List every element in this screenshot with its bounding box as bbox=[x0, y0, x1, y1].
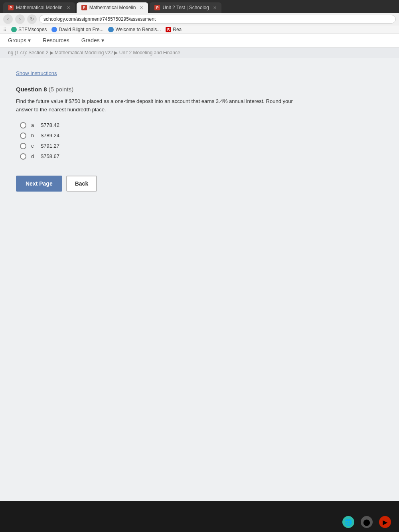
bookmark-david-blight-label: David Blight on Fre... bbox=[59, 27, 103, 32]
bottom-taskbar: 🌐 ⬤ ▶ bbox=[0, 512, 399, 532]
apps-icon: ⠿ bbox=[3, 27, 6, 32]
tab-bar: P Mathematical Modelin ✕ P Mathematical … bbox=[0, 0, 399, 13]
bookmark-stemscopes-label: STEMscopes bbox=[18, 27, 47, 32]
back-nav-button[interactable]: ‹ bbox=[3, 14, 13, 24]
r-icon: R bbox=[166, 27, 171, 32]
radio-a[interactable] bbox=[20, 122, 26, 129]
button-row: Next Page Back bbox=[16, 176, 327, 192]
nav-grades-label: Grades bbox=[81, 37, 100, 44]
bookmarks-bar: ⠿ STEMscopes David Blight on Fre... Welc… bbox=[0, 26, 399, 34]
browser-chrome: P Mathematical Modelin ✕ P Mathematical … bbox=[0, 0, 399, 34]
choice-b[interactable]: b $789.24 bbox=[20, 133, 327, 139]
nav-resources-label: Resources bbox=[43, 37, 69, 44]
bookmark-welcome[interactable]: Welcome to Renais... bbox=[108, 27, 161, 32]
reload-button[interactable]: ↻ bbox=[27, 14, 37, 24]
back-button[interactable]: Back bbox=[66, 176, 97, 192]
question-text: Find the future value if $750 is placed … bbox=[16, 97, 303, 114]
choice-c[interactable]: c $791.27 bbox=[20, 143, 327, 149]
question-label: Question 8 bbox=[16, 86, 47, 93]
bookmark-welcome-label: Welcome to Renais... bbox=[115, 27, 161, 32]
bookmark-r-label: Rea bbox=[173, 27, 182, 32]
choice-d[interactable]: d $758.67 bbox=[20, 153, 327, 160]
tab-3[interactable]: P Unit 2 Test | Schoolog ✕ bbox=[150, 2, 221, 13]
bookmark-r[interactable]: R Rea bbox=[166, 27, 182, 32]
breadcrumb-text: ng (1 cr): Section 2 ▶ Mathematical Mode… bbox=[8, 50, 180, 55]
next-page-button[interactable]: Next Page bbox=[16, 176, 62, 192]
tab-3-close[interactable]: ✕ bbox=[213, 5, 217, 10]
show-instructions-link[interactable]: Show Instructions bbox=[16, 70, 327, 76]
bookmark-david-blight[interactable]: David Blight on Fre... bbox=[51, 27, 103, 32]
tab-2[interactable]: P Mathematical Modelin ✕ bbox=[77, 2, 148, 13]
forward-nav-button[interactable]: › bbox=[15, 14, 25, 24]
choice-a-letter: a bbox=[31, 122, 36, 128]
nav-groups-chevron: ▾ bbox=[28, 37, 31, 44]
tab-3-icon: P bbox=[154, 5, 160, 10]
tab-2-close[interactable]: ✕ bbox=[140, 5, 143, 10]
tab-1-close[interactable]: ✕ bbox=[67, 5, 70, 10]
radio-b[interactable] bbox=[20, 133, 26, 139]
choice-d-letter: d bbox=[31, 153, 36, 159]
taskbar-icon-teal[interactable]: 🌐 bbox=[342, 516, 354, 528]
content-area: Show Instructions Question 8 (5 points) … bbox=[0, 58, 343, 204]
tab-3-label: Unit 2 Test | Schoolog bbox=[162, 5, 209, 10]
taskbar-icon-dark[interactable]: ⬤ bbox=[361, 516, 373, 528]
choice-a[interactable]: a $778.42 bbox=[20, 122, 327, 129]
schoology-nav: Groups ▾ Resources Grades ▾ bbox=[0, 34, 399, 47]
tab-1-icon: P bbox=[8, 5, 14, 10]
taskbar-icon-youtube[interactable]: ▶ bbox=[379, 516, 391, 528]
stemscopes-icon bbox=[11, 27, 17, 32]
nav-groups-label: Groups bbox=[8, 37, 26, 44]
tab-1-label: Mathematical Modelin bbox=[16, 5, 63, 10]
choice-b-value: $789.24 bbox=[41, 133, 59, 138]
welcome-icon bbox=[108, 27, 114, 32]
breadcrumb: ng (1 cr): Section 2 ▶ Mathematical Mode… bbox=[0, 47, 399, 58]
tab-2-icon: P bbox=[81, 5, 87, 10]
answer-choices: a $778.42 b $789.24 c $791.27 d $758.67 bbox=[20, 122, 327, 160]
google-icon bbox=[51, 27, 57, 32]
tab-2-label: Mathematical Modelin bbox=[89, 5, 136, 10]
nav-groups[interactable]: Groups ▾ bbox=[8, 37, 31, 44]
choice-c-letter: c bbox=[31, 143, 36, 149]
address-field[interactable]: schoology.com/assignment/7455750295/asse… bbox=[39, 15, 396, 24]
radio-c[interactable] bbox=[20, 143, 26, 149]
nav-resources[interactable]: Resources bbox=[43, 37, 69, 44]
nav-grades[interactable]: Grades ▾ bbox=[81, 37, 104, 44]
nav-grades-chevron: ▾ bbox=[101, 37, 104, 44]
tab-1[interactable]: P Mathematical Modelin ✕ bbox=[3, 2, 75, 13]
schoology-page: Groups ▾ Resources Grades ▾ ng (1 cr): S… bbox=[0, 34, 399, 501]
address-bar-row: ‹ › ↻ schoology.com/assignment/745575029… bbox=[0, 13, 399, 26]
question-points: (5 points) bbox=[49, 86, 74, 93]
radio-d[interactable] bbox=[20, 153, 26, 160]
choice-b-letter: b bbox=[31, 133, 36, 138]
bookmark-stemscopes[interactable]: STEMscopes bbox=[11, 27, 47, 32]
question-header: Question 8 (5 points) bbox=[16, 86, 327, 93]
choice-d-value: $758.67 bbox=[41, 153, 59, 159]
choice-c-value: $791.27 bbox=[41, 143, 59, 149]
choice-a-value: $778.42 bbox=[41, 122, 59, 128]
